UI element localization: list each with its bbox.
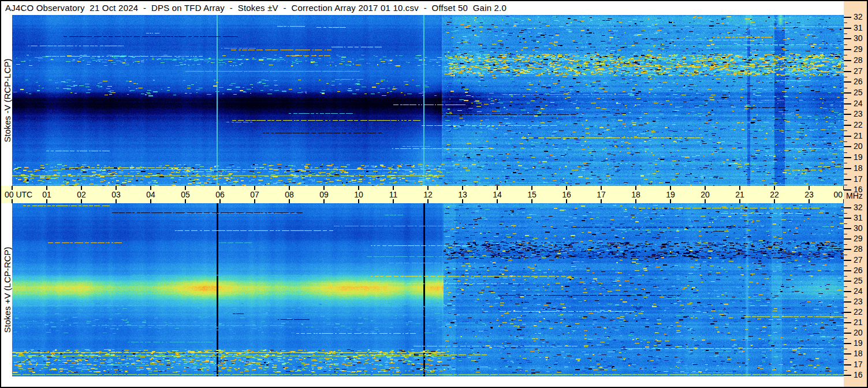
freq-minor-tick: [844, 152, 847, 153]
freq-minor-tick: [844, 130, 847, 131]
freq-minor-tick: [844, 120, 847, 121]
freq-tick-label: 26: [854, 266, 863, 275]
time-tick: [566, 186, 567, 190]
freq-tick-label: 17: [854, 360, 863, 369]
freq-minor-tick: [844, 98, 847, 99]
spectrogram-bottom-panel: [12, 203, 844, 376]
time-axis: 00 UTC0102030405060708091011121314151617…: [1, 186, 844, 203]
time-tick: [809, 199, 810, 203]
freq-minor-tick: [844, 297, 847, 297]
freq-major-tick: [844, 238, 851, 240]
freq-minor-tick: [844, 141, 847, 142]
freq-major-tick: [844, 249, 851, 250]
top-panel-ylabel: Stokes -V (RCP-LCP): [2, 58, 12, 142]
time-tick: [427, 199, 429, 203]
time-label: 02: [77, 190, 86, 199]
spectrogram-top-panel: [12, 15, 844, 186]
title-text: AJ4CO Observatory 21 Oct 2024 - DPS on T…: [5, 3, 506, 13]
time-tick: [219, 199, 221, 203]
freq-major-tick: [844, 114, 851, 115]
freq-major-tick: [844, 343, 851, 344]
freq-major-tick: [844, 28, 851, 29]
freq-major-tick: [844, 207, 851, 208]
time-tick: [116, 199, 117, 203]
time-tick: [739, 199, 740, 203]
freq-major-tick: [844, 312, 851, 313]
freq-minor-tick: [844, 338, 847, 339]
time-tick: [601, 186, 602, 190]
time-tick: [462, 186, 463, 190]
time-tick: [116, 186, 117, 190]
freq-minor-tick: [844, 109, 847, 110]
bottom-panel-ylabel: Stokes +V (LCP-RCP): [2, 247, 12, 333]
freq-tick-label: 21: [854, 318, 863, 327]
freq-tick-label: 20: [854, 141, 863, 151]
freq-tick-label: 26: [854, 77, 863, 86]
freq-tick-label: 18: [854, 349, 863, 358]
freq-minor-tick: [844, 318, 847, 318]
time-tick: [739, 186, 740, 190]
time-tick: [427, 186, 429, 190]
time-label: 01: [42, 190, 51, 199]
freq-minor-tick: [844, 359, 847, 360]
freq-tick-label: 29: [854, 234, 863, 243]
freq-tick-label: 23: [854, 297, 863, 306]
freq-tick-label: 24: [854, 99, 863, 108]
freq-minor-tick: [844, 163, 847, 163]
freq-tick-label: 28: [854, 55, 863, 65]
freq-tick-label: 23: [854, 109, 863, 118]
time-tick: [393, 186, 394, 190]
freq-tick-label: 25: [854, 88, 863, 97]
time-label: 22: [770, 190, 779, 199]
time-label: 06: [215, 190, 225, 199]
time-label: 16: [562, 190, 571, 199]
time-tick: [497, 199, 498, 203]
freq-tick-label: 16: [854, 370, 863, 379]
time-label: 09: [319, 190, 329, 199]
time-tick: [150, 186, 151, 190]
freq-major-tick: [844, 146, 851, 147]
spectrogram-viewer-window: AJ4CO Observatory 21 Oct 2024 - DPS on T…: [0, 0, 868, 388]
freq-major-tick: [844, 38, 851, 39]
freq-tick-label: 30: [854, 223, 863, 233]
time-tick: [809, 186, 810, 190]
freq-major-tick: [844, 281, 851, 282]
time-tick: [12, 199, 13, 203]
time-tick: [462, 199, 463, 203]
freq-minor-tick: [844, 349, 847, 349]
freq-major-tick: [844, 375, 851, 376]
freq-minor-tick: [844, 255, 847, 255]
freq-minor-tick: [844, 185, 847, 185]
freq-minor-tick: [844, 307, 847, 308]
freq-minor-tick: [844, 223, 847, 224]
freq-minor-tick: [844, 286, 847, 287]
freq-tick-label: 17: [854, 174, 863, 184]
freq-minor-tick: [844, 174, 847, 174]
time-tick: [46, 199, 47, 203]
time-tick: [323, 199, 325, 203]
freq-tick-label: 31: [854, 213, 863, 222]
time-label: 19: [666, 190, 675, 199]
time-label: 18: [631, 190, 640, 199]
freq-tick-label: 20: [854, 328, 863, 337]
freq-tick-label: 28: [854, 244, 863, 253]
freq-major-tick: [844, 136, 851, 137]
freq-major-tick: [844, 49, 851, 50]
freq-major-tick: [844, 17, 851, 18]
freq-major-tick: [844, 228, 851, 229]
freq-major-tick: [844, 301, 851, 303]
time-tick: [531, 199, 532, 203]
time-label: 00: [833, 190, 843, 199]
time-tick: [323, 186, 325, 190]
time-tick: [705, 199, 706, 203]
time-tick: [289, 199, 290, 203]
time-label: 05: [181, 190, 190, 199]
time-label: 00 UTC: [5, 190, 32, 199]
freq-tick-label: 29: [854, 44, 863, 54]
time-tick: [81, 186, 82, 190]
time-tick: [81, 199, 82, 203]
freq-tick-label: 22: [854, 307, 863, 316]
time-tick: [358, 199, 359, 203]
time-tick: [393, 199, 394, 203]
time-label: 15: [527, 190, 537, 199]
